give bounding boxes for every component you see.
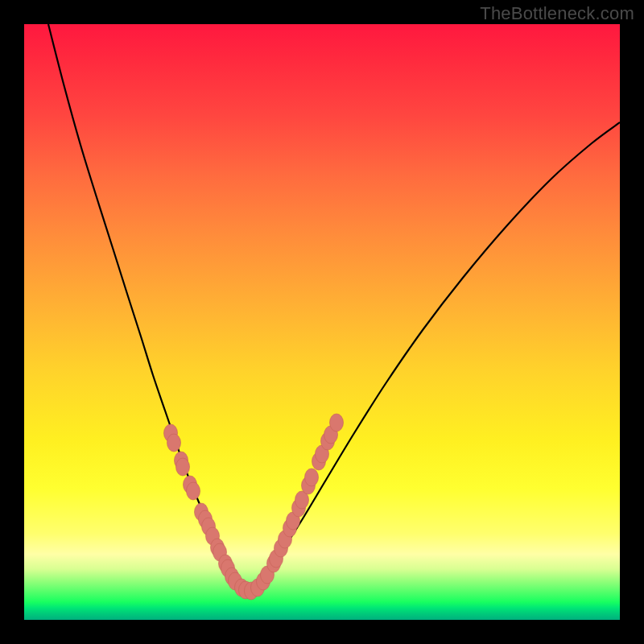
marker-group: [164, 414, 344, 600]
curve-line: [48, 24, 620, 588]
watermark-text: TheBottleneck.com: [480, 3, 634, 24]
bottleneck-curve: [24, 24, 620, 620]
data-marker: [305, 469, 319, 486]
data-marker: [176, 458, 190, 476]
data-marker: [167, 434, 181, 452]
data-marker: [187, 482, 200, 500]
data-marker: [330, 414, 344, 431]
plot-area: [24, 24, 620, 620]
chart-frame: TheBottleneck.com: [0, 0, 644, 644]
